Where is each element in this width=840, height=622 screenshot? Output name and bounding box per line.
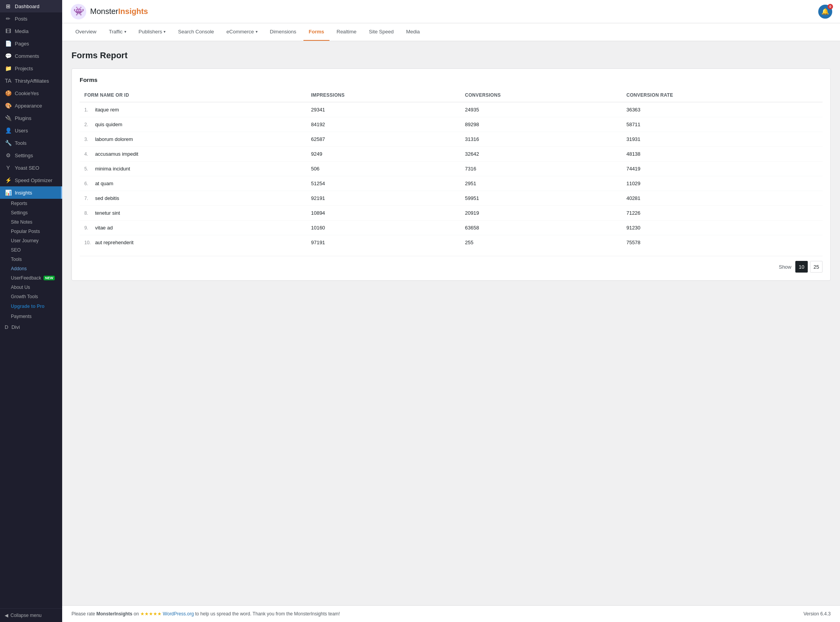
cell-conversions: 32642 [460,147,622,162]
tab-media[interactable]: Media [401,23,425,41]
projects-icon: 📁 [5,65,12,71]
comments-icon: 💬 [5,53,12,59]
sidebar-sub-item-seo[interactable]: SEO [0,245,62,255]
dashboard-icon: ⊞ [5,3,12,9]
sidebar-item-thirstyaffiliates[interactable]: TA ThirstyAffiliates [0,75,62,87]
sidebar-item-users[interactable]: 👤 Users [0,124,62,137]
forms-card-title: Forms [80,76,823,83]
tab-traffic[interactable]: Traffic ▾ [103,23,131,41]
sidebar-upgrade-button[interactable]: Upgrade to Pro [0,301,62,311]
cell-conversions: 89298 [460,117,622,132]
nav-tabs: Overview Traffic ▾ Publishers ▾ Search C… [62,23,840,41]
cell-conversion-rate: 36363 [622,102,823,117]
main-content: 👾 MonsterInsights 🔔 0 Overview Traffic ▾… [62,0,840,622]
cell-impressions: 97191 [306,235,460,250]
media-icon: 🎞 [5,28,12,34]
bell-icon: 🔔 [821,8,829,15]
notification-button[interactable]: 🔔 0 [818,5,832,19]
topbar-right: 🔔 0 [818,5,832,19]
sidebar-sub-item-reports[interactable]: Reports [0,199,62,208]
sidebar-item-plugins[interactable]: 🔌 Plugins [0,112,62,124]
logo-insights: Insights [118,7,148,16]
sidebar-item-settings[interactable]: ⚙ Settings [0,149,62,162]
wordpress-org-link[interactable]: WordPress.org [163,611,194,617]
sidebar-sub-item-user-journey[interactable]: User Journey [0,236,62,245]
cell-conversions: 20919 [460,206,622,221]
tab-publishers[interactable]: Publishers ▾ [133,23,171,41]
cell-form-name: 2. quis quidem [80,117,306,132]
cell-form-name: 8. tenetur sint [80,206,306,221]
sidebar-sub-item-settings[interactable]: Settings [0,208,62,217]
tab-ecommerce[interactable]: eCommerce ▾ [221,23,263,41]
sidebar-item-posts[interactable]: ✏ Posts [0,12,62,25]
sidebar-payments[interactable]: Payments [0,311,62,321]
cell-impressions: 92191 [306,191,460,206]
tab-realtime[interactable]: Realtime [331,23,362,41]
cookieyes-icon: 🍪 [5,90,12,96]
form-name: vitae ad [95,225,113,231]
sidebar-item-yoast-seo[interactable]: Y Yoast SEO [0,162,62,174]
tab-site-speed[interactable]: Site Speed [364,23,399,41]
sidebar-item-projects[interactable]: 📁 Projects [0,62,62,75]
sidebar-item-media[interactable]: 🎞 Media [0,25,62,37]
yoast-icon: Y [5,165,12,171]
cell-impressions: 29341 [306,102,460,117]
tab-dimensions[interactable]: Dimensions [265,23,302,41]
form-name: minima incidunt [95,166,130,172]
table-row: 7. sed debitis 92191 59951 40281 [80,191,823,206]
sidebar-sub-item-about-us[interactable]: About Us [0,283,62,292]
sidebar-sub-item-popular-posts[interactable]: Popular Posts [0,227,62,236]
sidebar-item-insights[interactable]: 📊 Insights [0,186,62,199]
form-name: aut reprehenderit [95,240,134,245]
sidebar-item-tools[interactable]: 🔧 Tools [0,137,62,149]
star-icons: ★★★★★ [140,611,162,617]
plugins-icon: 🔌 [5,115,12,121]
appearance-icon: 🎨 [5,103,12,109]
tab-overview[interactable]: Overview [70,23,102,41]
pagination: Show 10 25 [80,256,823,273]
cell-conversion-rate: 91230 [622,221,823,235]
sidebar-item-speed-optimizer[interactable]: ⚡ Speed Optimizer [0,174,62,186]
cell-form-name: 3. laborum dolorem [80,132,306,147]
sidebar-item-comments[interactable]: 💬 Comments [0,50,62,62]
form-name: sed debitis [95,195,119,201]
sidebar-item-appearance[interactable]: 🎨 Appearance [0,99,62,112]
sidebar-item-dashboard[interactable]: ⊞ Dashboard [0,0,62,12]
sidebar-sub-item-addons[interactable]: Addons [0,264,62,273]
cell-conversion-rate: 11029 [622,176,823,191]
forms-card: Forms Form Name or ID Impressions Conver… [71,68,831,281]
table-row: 3. laborum dolorem 62587 31316 31931 [80,132,823,147]
pagination-25-button[interactable]: 25 [810,261,823,273]
sidebar-sub-item-tools[interactable]: Tools [0,255,62,264]
sidebar-item-divi[interactable]: D Divi [0,321,62,333]
cell-impressions: 9249 [306,147,460,162]
cell-conversion-rate: 40281 [622,191,823,206]
sidebar-sub-item-userfeedback[interactable]: UserFeedback NEW [0,273,62,283]
page-title: Forms Report [71,50,831,61]
tab-forms[interactable]: Forms [303,23,330,41]
thirstyaffiliates-icon: TA [5,78,12,84]
tab-search-console[interactable]: Search Console [173,23,220,41]
table-row: 6. at quam 51254 2951 11029 [80,176,823,191]
topbar: 👾 MonsterInsights 🔔 0 [62,0,840,23]
pagination-10-button[interactable]: 10 [795,261,808,273]
collapse-menu-button[interactable]: ◀ Collapse menu [0,608,62,622]
cell-impressions: 84192 [306,117,460,132]
logo-monster: Monster [90,7,118,16]
table-row: 8. tenetur sint 10894 20919 71226 [80,206,823,221]
tools-icon: 🔧 [5,140,12,146]
col-header-conversions: Conversions [460,89,622,102]
sidebar-item-cookieyes[interactable]: 🍪 CookieYes [0,87,62,99]
cell-form-name: 5. minima incidunt [80,162,306,176]
cell-form-name: 9. vitae ad [80,221,306,235]
sidebar-sub-item-growth-tools[interactable]: Growth Tools [0,292,62,301]
form-name: itaque rem [95,107,119,113]
cell-form-name: 4. accusamus impedit [80,147,306,162]
cell-impressions: 62587 [306,132,460,147]
posts-icon: ✏ [5,16,12,22]
cell-impressions: 10894 [306,206,460,221]
cell-conversions: 7316 [460,162,622,176]
sidebar-sub-item-site-notes[interactable]: Site Notes [0,217,62,227]
row-number: 2. [84,122,94,127]
sidebar-item-pages[interactable]: 📄 Pages [0,37,62,50]
